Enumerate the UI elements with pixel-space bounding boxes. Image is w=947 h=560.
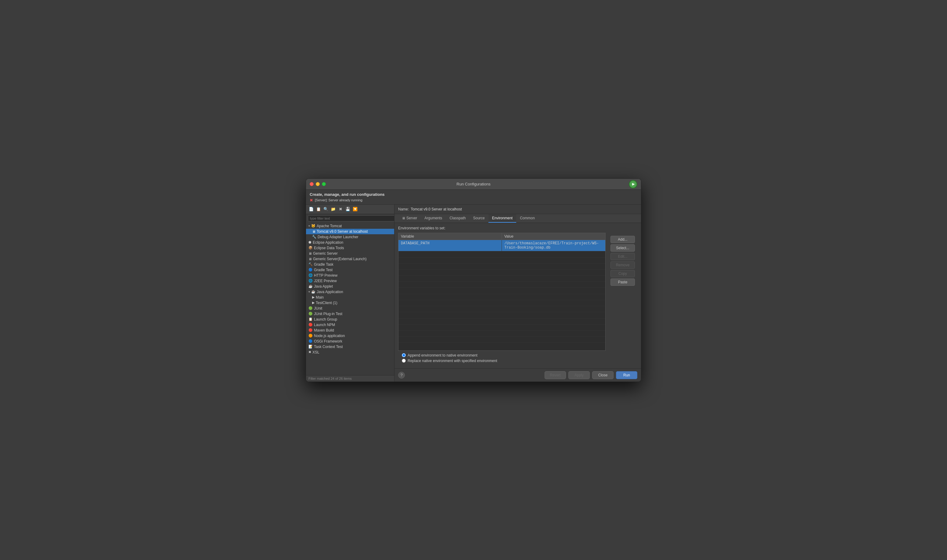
tab-classpath[interactable]: Classpath bbox=[446, 214, 469, 223]
sidebar-item-osgi[interactable]: 🔵 OSGi Framework bbox=[306, 338, 394, 344]
filter-input[interactable] bbox=[308, 215, 394, 222]
search-button[interactable]: 🔍 bbox=[322, 206, 329, 212]
sidebar-item-apache-tomcat[interactable]: ▼ 🐱 Apache Tomcat bbox=[306, 223, 394, 229]
table-row[interactable]: DATABASE_PATH /Users/thomaslacaze/EFREI/… bbox=[399, 240, 605, 251]
bottom-left: ? bbox=[398, 372, 405, 378]
run-corner-button[interactable] bbox=[629, 180, 637, 189]
sidebar-item-tomcat-server[interactable]: 🖥 Tomcat v9.0 Server at localhost bbox=[306, 229, 394, 234]
sidebar-item-task-context[interactable]: 📝 Task Context Test bbox=[306, 344, 394, 349]
name-row: Name: Tomcat v9.0 Server at localhost bbox=[394, 205, 641, 214]
sidebar-footer: Filter matched 24 of 26 items bbox=[306, 375, 394, 382]
copy-button[interactable]: Copy bbox=[610, 270, 635, 277]
filter-button[interactable]: 🔽 bbox=[352, 206, 359, 212]
sidebar-item-launch-npm[interactable]: 🔴 Launch NPM bbox=[306, 322, 394, 328]
sidebar-item-nodejs[interactable]: 🟠 Node.js application bbox=[306, 333, 394, 338]
panel-content: Environment variables to set: Variable V… bbox=[394, 223, 641, 368]
env-label: Environment variables to set: bbox=[398, 226, 637, 230]
replace-radio-label[interactable]: Replace native environment with specifie… bbox=[402, 359, 634, 363]
tab-bar: 🖥 Server Arguments Classpath Source Envi… bbox=[394, 214, 641, 223]
header-bar: Create, manage, and run configurations ✖… bbox=[306, 190, 641, 205]
chevron-icon: ▼ bbox=[308, 290, 311, 294]
tab-classpath-label: Classpath bbox=[450, 216, 465, 220]
sidebar-item-generic-server-ext[interactable]: 🖥 Generic Server(External Launch) bbox=[306, 256, 394, 262]
close-window-button[interactable] bbox=[310, 182, 314, 186]
sidebar-item-maven-build[interactable]: 🔴 Maven Build bbox=[306, 328, 394, 333]
replace-label: Replace native environment with specifie… bbox=[408, 359, 497, 363]
paste-button[interactable]: Paste bbox=[610, 278, 635, 286]
filter-status: Filter matched 24 of 26 items bbox=[308, 377, 352, 380]
maximize-window-button[interactable] bbox=[322, 182, 326, 186]
empty-row bbox=[399, 331, 605, 337]
empty-row bbox=[399, 312, 605, 318]
tab-source-label: Source bbox=[473, 216, 485, 220]
edit-button[interactable]: Edit... bbox=[610, 253, 635, 260]
sidebar-item-java-application[interactable]: ▼ ☕ Java Application bbox=[306, 289, 394, 295]
delete-button[interactable]: ✖ bbox=[337, 206, 344, 212]
minimize-window-button[interactable] bbox=[316, 182, 320, 186]
titlebar: Run Configurations bbox=[306, 179, 641, 190]
sidebar-item-java-applet[interactable]: ☕ Java Applet bbox=[306, 284, 394, 289]
status-error-icon: ✖ bbox=[310, 198, 313, 203]
tab-source[interactable]: Source bbox=[470, 214, 488, 223]
run-configurations-window: Run Configurations Create, manage, and r… bbox=[306, 178, 641, 382]
sidebar-item-j2ee-preview[interactable]: 🌐 J2EE Preview bbox=[306, 278, 394, 284]
col-value: Value bbox=[502, 233, 605, 240]
empty-row bbox=[399, 257, 605, 263]
window-title: Run Configurations bbox=[456, 182, 490, 186]
right-panel: Name: Tomcat v9.0 Server at localhost 🖥 … bbox=[394, 205, 641, 382]
env-table-body[interactable]: DATABASE_PATH /Users/thomaslacaze/EFREI/… bbox=[399, 240, 605, 351]
sidebar-item-junit[interactable]: 🟢 JUnit bbox=[306, 306, 394, 311]
new-folder-button[interactable]: 📁 bbox=[330, 206, 337, 212]
env-table: Variable Value DATABASE_PATH /Users/thom… bbox=[398, 233, 605, 351]
select-button[interactable]: Select... bbox=[610, 244, 635, 252]
sidebar-item-generic-server[interactable]: 🖥 Generic Server bbox=[306, 251, 394, 256]
sidebar-item-gradle-test[interactable]: 🔵 Gradle Test bbox=[306, 267, 394, 273]
new-config-button[interactable]: 📄 bbox=[308, 206, 314, 212]
env-value-cell: /Users/thomaslacaze/EFREI/Train-project/… bbox=[502, 240, 605, 251]
chevron-icon: ▼ bbox=[308, 225, 311, 228]
apply-button[interactable]: Apply bbox=[568, 371, 590, 379]
tab-common[interactable]: Common bbox=[516, 214, 539, 223]
revert-button[interactable]: Revert bbox=[545, 371, 566, 379]
sidebar-item-gradle-task[interactable]: 🔨 Gradle Task bbox=[306, 262, 394, 267]
run-button[interactable]: Run bbox=[616, 371, 637, 379]
tab-common-label: Common bbox=[520, 216, 535, 220]
env-table-header: Variable Value bbox=[399, 233, 605, 240]
append-radio-label[interactable]: Append environment to native environment bbox=[402, 353, 634, 357]
tab-environment[interactable]: Environment bbox=[488, 214, 516, 223]
duplicate-button[interactable]: 📋 bbox=[315, 206, 322, 212]
status-line: ✖ [Server]: Server already running bbox=[310, 198, 637, 203]
empty-row bbox=[399, 282, 605, 288]
empty-row bbox=[399, 300, 605, 306]
config-name-value: Tomcat v9.0 Server at localhost bbox=[411, 207, 462, 211]
sidebar-item-eclipse-application[interactable]: ⬟ Eclipse Application bbox=[306, 240, 394, 245]
bottom-bar: ? Revert Apply Close Run bbox=[394, 368, 641, 382]
export-button[interactable]: 💾 bbox=[345, 206, 351, 212]
traffic-lights bbox=[310, 182, 326, 186]
sidebar-item-testclient[interactable]: ▶ TestClient (1) bbox=[306, 300, 394, 306]
sidebar-item-http-preview[interactable]: 🌐 HTTP Preview bbox=[306, 273, 394, 278]
sidebar-item-eclipse-data-tools[interactable]: 📦 Eclipse Data Tools bbox=[306, 245, 394, 251]
close-button[interactable]: Close bbox=[592, 371, 614, 379]
append-radio[interactable] bbox=[402, 353, 406, 357]
env-variable-cell: DATABASE_PATH bbox=[399, 240, 502, 251]
tab-arguments[interactable]: Arguments bbox=[421, 214, 446, 223]
sidebar-item-xsl[interactable]: ✖ XSL bbox=[306, 349, 394, 355]
sidebar-item-main[interactable]: ▶ Main bbox=[306, 295, 394, 300]
sidebar-item-junit-plugin[interactable]: 🟢 JUnit Plug-in Test bbox=[306, 311, 394, 317]
replace-radio[interactable] bbox=[402, 359, 406, 363]
empty-row bbox=[399, 270, 605, 276]
status-text: [Server]: Server already running bbox=[315, 198, 362, 202]
empty-row bbox=[399, 288, 605, 294]
remove-button[interactable]: Remove bbox=[610, 262, 635, 269]
add-button[interactable]: Add... bbox=[610, 236, 635, 243]
empty-row bbox=[399, 276, 605, 282]
sidebar-item-launch-group[interactable]: 📋 Launch Group bbox=[306, 317, 394, 322]
sidebar-item-debug-adapter[interactable]: 🔧 Debug Adapter Launcher bbox=[306, 234, 394, 240]
tab-environment-label: Environment bbox=[492, 216, 513, 220]
tab-server[interactable]: 🖥 Server bbox=[398, 214, 421, 223]
sidebar-toolbar: 📄 📋 🔍 📁 ✖ 💾 🔽 bbox=[306, 205, 394, 214]
empty-row bbox=[399, 294, 605, 300]
help-button[interactable]: ? bbox=[398, 372, 405, 378]
empty-row bbox=[399, 325, 605, 331]
